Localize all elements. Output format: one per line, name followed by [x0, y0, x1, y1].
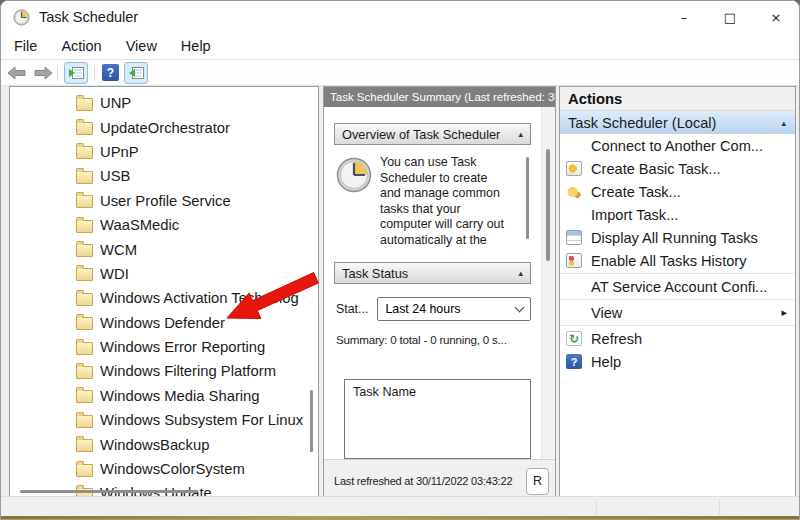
- action-item[interactable]: Create Basic Task...: [560, 157, 795, 180]
- tree-item[interactable]: Windows Subsystem For Linux: [10, 408, 318, 432]
- tree-list: UNP UpdateOrchestrator UPnP USB: [10, 87, 318, 499]
- tree-item[interactable]: Windows Media Sharing: [10, 384, 318, 408]
- actions-group-label: Task Scheduler (Local): [568, 115, 716, 131]
- window-title: Task Scheduler: [39, 9, 138, 25]
- overview-content: You can use Task Scheduler to create and…: [336, 155, 531, 252]
- tree-horizontal-scrollbar[interactable]: [20, 490, 198, 493]
- action-item-label: Refresh: [591, 331, 787, 347]
- menu-view[interactable]: View: [114, 38, 169, 54]
- status-filter-row: Stat... Last 24 hours: [336, 297, 531, 321]
- action-item-label: View: [591, 305, 781, 321]
- folder-icon: [76, 268, 93, 281]
- action-item-label: Display All Running Tasks: [591, 230, 787, 246]
- title-bar: Task Scheduler – □ ×: [1, 1, 799, 33]
- tree-item[interactable]: WDI: [10, 262, 318, 286]
- action-item[interactable]: AT Service Account Confi...: [560, 275, 795, 298]
- action-item-icon: [566, 207, 582, 222]
- task-summary-line: Summary: 0 total - 0 running, 0 s...: [336, 333, 531, 346]
- tree-item-label: UPnP: [100, 144, 139, 160]
- menu-bar: File Action View Help: [1, 33, 799, 60]
- task-status-section-header[interactable]: Task Status ▴: [334, 262, 531, 284]
- console-tree-panel: UNP UpdateOrchestrator UPnP USB: [9, 86, 319, 499]
- collapse-icon[interactable]: ▴: [518, 268, 523, 278]
- tree-item[interactable]: WaaSMedic: [10, 213, 318, 237]
- tree-item[interactable]: Windows Activation Technolog: [10, 286, 318, 310]
- tree-item-label: Windows Filtering Platform: [100, 363, 276, 379]
- task-name-column-header: Task Name: [353, 385, 416, 399]
- action-item[interactable]: Connect to Another Com...: [560, 134, 795, 157]
- folder-icon: [76, 220, 93, 233]
- actions-group-header[interactable]: Task Scheduler (Local) ▴: [560, 111, 795, 134]
- menu-file[interactable]: File: [1, 38, 49, 54]
- content-area: UNP UpdateOrchestrator UPnP USB: [1, 86, 799, 497]
- tree-item[interactable]: Windows Filtering Platform: [10, 359, 318, 383]
- help-icon[interactable]: [102, 64, 119, 81]
- last-refreshed-text: Last refreshed at 30/11/2022 03:43:22: [334, 475, 520, 487]
- tree-item[interactable]: Windows Defender: [10, 311, 318, 335]
- summary-footer: Last refreshed at 30/11/2022 03:43:22 R: [324, 459, 555, 499]
- folder-icon: [76, 195, 93, 208]
- tree-item[interactable]: UNP: [10, 91, 318, 115]
- tree-item[interactable]: WindowsColorSystem: [10, 457, 318, 481]
- folder-icon: [76, 293, 93, 306]
- tree-item[interactable]: WCM: [10, 237, 318, 261]
- collapse-icon[interactable]: ▴: [781, 118, 786, 128]
- folder-icon: [76, 98, 93, 111]
- folder-icon: [76, 122, 93, 135]
- chevron-down-icon: [515, 303, 525, 313]
- action-item-icon: [566, 354, 582, 369]
- overview-section-header[interactable]: Overview of Task Scheduler ▴: [334, 123, 531, 145]
- folder-icon: [76, 244, 93, 257]
- action-item[interactable]: View ▸: [560, 301, 795, 324]
- task-list-box[interactable]: Task Name: [344, 379, 531, 459]
- tree-item[interactable]: WindowsBackup: [10, 432, 318, 456]
- action-item[interactable]: Display All Running Tasks: [560, 226, 795, 249]
- tree-item-label: User Profile Service: [100, 193, 231, 209]
- summary-pane-body: Overview of Task Scheduler ▴ You can use…: [324, 107, 555, 459]
- folder-icon: [76, 171, 93, 184]
- summary-scrollbar-thumb[interactable]: [546, 149, 550, 261]
- minimize-button[interactable]: –: [661, 1, 707, 33]
- tree-item-label: WindowsColorSystem: [100, 461, 245, 477]
- tree-item[interactable]: UPnP: [10, 140, 318, 164]
- forward-arrow-icon[interactable]: [33, 66, 53, 80]
- summary-scrollbar-track[interactable]: [541, 107, 555, 459]
- overview-scrollbar[interactable]: [526, 157, 529, 239]
- status-label: Stat...: [336, 302, 368, 316]
- tree-item[interactable]: UpdateOrchestrator: [10, 115, 318, 139]
- tree-item[interactable]: USB: [10, 164, 318, 188]
- show-hide-action-pane-icon[interactable]: [124, 62, 148, 84]
- folder-icon: [76, 415, 93, 428]
- window-controls: – □ ×: [661, 1, 799, 33]
- task-scheduler-app-icon: [13, 9, 30, 26]
- tree-item-label: WindowsBackup: [100, 437, 209, 453]
- action-item-label: Help: [591, 354, 787, 370]
- separator: [560, 299, 795, 300]
- collapse-icon[interactable]: ▴: [518, 129, 523, 139]
- back-arrow-icon[interactable]: [7, 66, 27, 80]
- menu-action[interactable]: Action: [49, 38, 113, 54]
- close-button[interactable]: ×: [753, 1, 799, 33]
- menu-help[interactable]: Help: [169, 38, 223, 54]
- action-item[interactable]: Help: [560, 350, 795, 373]
- time-range-dropdown[interactable]: Last 24 hours: [377, 297, 531, 321]
- time-range-value: Last 24 hours: [385, 302, 460, 316]
- tree-item-label: Windows Media Sharing: [100, 388, 260, 404]
- action-item[interactable]: Create Task...: [560, 180, 795, 203]
- tree-item[interactable]: Windows Error Reporting: [10, 335, 318, 359]
- tree-vertical-scrollbar[interactable]: [310, 390, 313, 452]
- action-item-icon: [566, 279, 582, 294]
- tree-item-label: WCM: [100, 242, 137, 258]
- action-item[interactable]: Enable All Tasks History: [560, 249, 795, 272]
- show-hide-console-tree-icon[interactable]: [64, 62, 88, 84]
- action-item[interactable]: Refresh: [560, 327, 795, 350]
- refresh-button[interactable]: R: [526, 468, 549, 495]
- toolbar: [1, 60, 799, 86]
- maximize-button[interactable]: □: [707, 1, 753, 33]
- overview-section-title: Overview of Task Scheduler: [342, 127, 500, 142]
- action-item[interactable]: Import Task...: [560, 203, 795, 226]
- action-item-icon: [566, 138, 582, 153]
- action-item-icon: [566, 161, 582, 176]
- action-item-label: Import Task...: [591, 207, 787, 223]
- tree-item[interactable]: User Profile Service: [10, 189, 318, 213]
